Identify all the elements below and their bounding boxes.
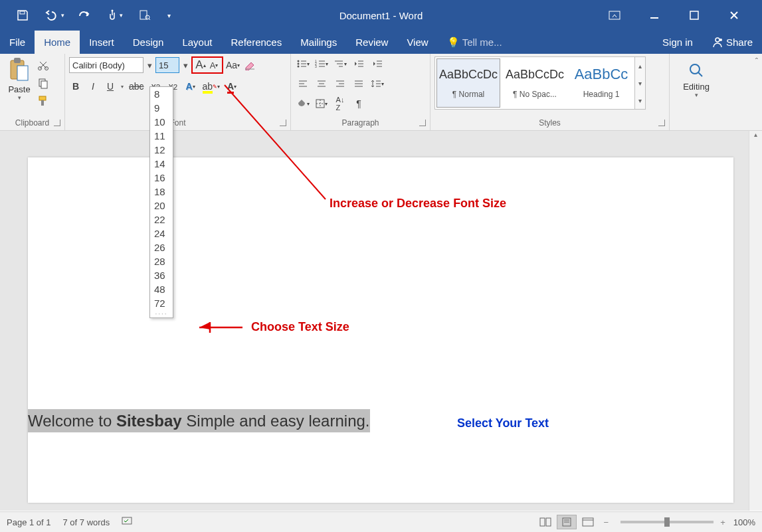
align-center-button[interactable] xyxy=(314,76,330,91)
borders-button[interactable]: ▾ xyxy=(314,96,330,111)
size-option[interactable]: 72 xyxy=(150,296,173,310)
size-option[interactable]: 11 xyxy=(150,129,173,143)
tab-design[interactable]: Design xyxy=(124,31,173,54)
shading-button[interactable]: ▾ xyxy=(295,96,311,111)
print-preview-icon[interactable] xyxy=(132,2,158,29)
text-effects-button[interactable]: A▾ xyxy=(184,79,197,94)
decrease-font-size-button[interactable]: A▾ xyxy=(207,58,221,72)
minimize-button[interactable] xyxy=(641,5,668,25)
page-indicator[interactable]: Page 1 of 1 xyxy=(7,517,51,527)
clipboard-launcher[interactable] xyxy=(54,120,60,126)
font-color-button[interactable]: A▾ xyxy=(225,79,238,94)
read-mode-icon[interactable] xyxy=(535,515,555,529)
sort-button[interactable]: A↓Z xyxy=(332,96,348,111)
doc-text-suffix: Simple and easy learning. xyxy=(182,412,370,430)
maximize-button[interactable] xyxy=(681,5,708,25)
cut-icon[interactable] xyxy=(37,59,49,73)
italic-button[interactable]: I xyxy=(86,79,100,94)
close-button[interactable] xyxy=(721,5,747,25)
highlight-button[interactable]: ab✎▾ xyxy=(201,79,222,94)
zoom-slider[interactable] xyxy=(620,521,714,523)
size-option[interactable]: 9 xyxy=(150,101,173,115)
styles-launcher[interactable] xyxy=(658,120,665,126)
print-layout-icon[interactable] xyxy=(557,515,577,529)
size-option[interactable]: 16 xyxy=(150,171,173,185)
size-option[interactable]: 36 xyxy=(150,268,173,282)
change-case-button[interactable]: Aa▾ xyxy=(225,58,241,72)
tab-file[interactable]: File xyxy=(0,31,35,54)
tell-me[interactable]: 💡Tell me... xyxy=(438,31,512,54)
paste-button[interactable]: Paste ▾ xyxy=(4,56,35,112)
save-icon[interactable] xyxy=(9,2,36,29)
ribbon-display-icon[interactable] xyxy=(601,5,628,25)
tab-mailings[interactable]: Mailings xyxy=(291,31,346,54)
justify-button[interactable] xyxy=(351,76,367,91)
document-text[interactable]: Welcome to Sitesbay Simple and easy lear… xyxy=(28,412,370,430)
format-painter-icon[interactable] xyxy=(37,95,49,109)
sign-in-button[interactable]: Sign in xyxy=(653,31,702,54)
paragraph-launcher[interactable] xyxy=(419,120,426,126)
size-option[interactable]: 20 xyxy=(150,199,173,213)
tab-layout[interactable]: Layout xyxy=(173,31,221,54)
tab-references[interactable]: References xyxy=(221,31,291,54)
increase-font-size-button[interactable]: A▴ xyxy=(194,58,207,72)
underline-button[interactable]: U xyxy=(104,79,117,94)
styles-gallery[interactable]: AaBbCcDc ¶ Normal AaBbCcDc ¶ No Spac... … xyxy=(434,56,635,110)
style-heading1[interactable]: AaBbCc Heading 1 xyxy=(569,58,633,108)
clear-formatting-button[interactable] xyxy=(242,58,257,72)
size-option[interactable]: 24 xyxy=(150,226,173,240)
svg-point-11 xyxy=(719,39,722,41)
copy-icon[interactable] xyxy=(37,77,49,91)
qat-customize-icon[interactable]: ▾ xyxy=(162,2,175,29)
size-option[interactable]: 8 xyxy=(150,87,173,101)
tab-view[interactable]: View xyxy=(397,31,437,54)
collapse-ribbon-icon[interactable]: ˆ xyxy=(755,56,758,66)
bullets-button[interactable]: ▾ xyxy=(295,56,311,71)
size-option[interactable]: 28 xyxy=(150,254,173,268)
increase-indent-button[interactable] xyxy=(369,56,385,71)
spellcheck-icon[interactable] xyxy=(122,516,134,529)
size-option[interactable]: 12 xyxy=(150,143,173,157)
tab-insert[interactable]: Insert xyxy=(80,31,124,54)
font-size-dropdown[interactable]: ▾ xyxy=(181,60,190,70)
size-option[interactable]: 26 xyxy=(150,240,173,254)
numbering-button[interactable]: 123▾ xyxy=(314,56,330,71)
line-spacing-button[interactable]: ▾ xyxy=(369,76,385,91)
share-button[interactable]: Share xyxy=(702,31,762,54)
editing-button[interactable]: Editing ▾ xyxy=(674,56,719,98)
web-layout-icon[interactable] xyxy=(578,515,598,529)
align-left-button[interactable] xyxy=(295,76,311,91)
size-option[interactable]: 22 xyxy=(150,213,173,226)
tab-review[interactable]: Review xyxy=(346,31,397,54)
font-size-combo[interactable]: 15 xyxy=(155,57,179,73)
style-no-spacing[interactable]: AaBbCcDc ¶ No Spac... xyxy=(503,58,567,108)
zoom-level[interactable]: 100% xyxy=(733,517,755,527)
strikethrough-button[interactable]: abc xyxy=(128,79,145,94)
align-right-button[interactable] xyxy=(332,76,348,91)
tab-home[interactable]: Home xyxy=(35,31,80,54)
styles-scroll[interactable]: ▴▾▾ xyxy=(635,56,646,110)
svg-rect-71 xyxy=(583,518,593,526)
font-name-dropdown[interactable]: ▾ xyxy=(145,60,154,70)
show-hide-button[interactable]: ¶ xyxy=(351,96,367,111)
touch-mode-icon[interactable]: ▾ xyxy=(101,2,128,29)
size-option[interactable]: 18 xyxy=(150,185,173,199)
font-name-combo[interactable]: Calibri (Body) xyxy=(69,57,143,73)
zoom-in-button[interactable]: + xyxy=(720,517,725,527)
size-option[interactable]: 14 xyxy=(150,157,173,171)
size-option[interactable]: 10 xyxy=(150,115,173,129)
size-option[interactable]: 48 xyxy=(150,282,173,296)
scroll-up-icon[interactable]: ▴ xyxy=(749,131,762,144)
undo-icon[interactable]: ▾ xyxy=(40,2,66,29)
decrease-indent-button[interactable] xyxy=(351,56,367,71)
style-normal[interactable]: AaBbCcDc ¶ Normal xyxy=(436,58,500,108)
word-count[interactable]: 7 of 7 words xyxy=(63,517,110,527)
vertical-scrollbar[interactable]: ▴ xyxy=(749,131,762,511)
svg-rect-20 xyxy=(41,100,44,106)
redo-icon[interactable] xyxy=(70,2,97,29)
font-launcher[interactable] xyxy=(280,120,286,126)
multilevel-button[interactable]: ▾ xyxy=(332,56,348,71)
font-size-dropdown-list[interactable]: 8 9 10 11 12 14 16 18 20 22 24 26 28 36 … xyxy=(149,86,173,318)
bold-button[interactable]: B xyxy=(69,79,82,94)
zoom-out-button[interactable]: − xyxy=(604,517,609,527)
